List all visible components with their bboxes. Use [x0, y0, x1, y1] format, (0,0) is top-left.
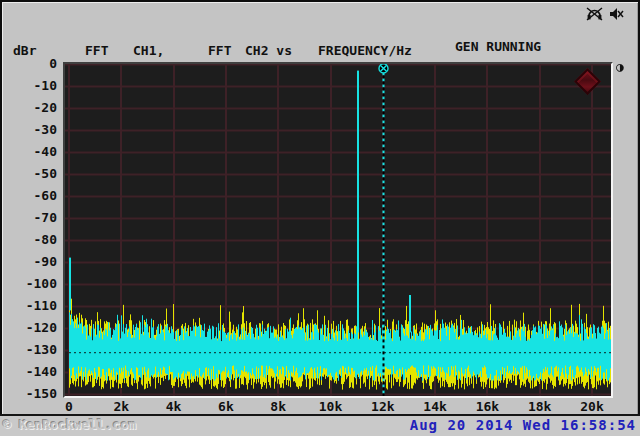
y-tick-label: 0: [0, 57, 57, 71]
y-tick-label: -40: [0, 145, 57, 159]
spectrum-plot: [63, 62, 613, 398]
status-generator: GEN RUNNING: [455, 39, 588, 55]
spectrum-canvas: [65, 64, 611, 396]
bottom-bar: © KenRockwell.com Aug 20 2014 Wed 16:58:…: [0, 416, 640, 436]
trace2-type-label: FFT: [208, 43, 231, 58]
speaker-muted-icon: [609, 7, 624, 21]
x-tick-label: 2k: [113, 399, 129, 414]
x-axis-title-label: FREQUENCY/Hz: [318, 43, 412, 58]
x-axis-tick-labels: 02k4k6k8k10k12k14k16k18k20k: [0, 399, 640, 414]
y-tick-label: -110: [0, 299, 57, 313]
ap-diamond-logo-icon: [575, 69, 601, 95]
datetime-text: Aug 20 2014 Wed 16:58:54: [410, 417, 636, 433]
y-tick-label: -60: [0, 189, 57, 203]
x-tick-label: 12k: [371, 399, 394, 414]
y-tick-label: -90: [0, 255, 57, 269]
y-tick-label: -10: [0, 79, 57, 93]
x-tick-label: 14k: [423, 399, 446, 414]
trace2-channel-label: CH2 vs: [245, 43, 292, 58]
y-tick-label: -100: [0, 277, 57, 291]
contrast-icon: ◑: [616, 59, 624, 74]
trace1-channel-label: CH1,: [133, 43, 164, 58]
watermark-text: © KenRockwell.com: [3, 417, 136, 432]
y-axis-units-label: dBr: [13, 43, 36, 58]
y-tick-label: -50: [0, 167, 57, 181]
headphones-muted-icon: [586, 7, 603, 21]
x-tick-label: 20k: [580, 399, 603, 414]
y-tick-label: -20: [0, 101, 57, 115]
x-tick-label: 8k: [270, 399, 286, 414]
x-tick-label: 18k: [528, 399, 551, 414]
y-tick-label: -130: [0, 343, 57, 357]
x-tick-label: 6k: [218, 399, 234, 414]
y-tick-label: -30: [0, 123, 57, 137]
analyzer-screen: GEN RUNNING ANL 1:CONT 2:CONT SWP OFF dB…: [0, 0, 640, 436]
x-tick-label: 0: [65, 399, 73, 414]
x-tick-label: 16k: [476, 399, 499, 414]
y-tick-label: -140: [0, 365, 57, 379]
y-tick-label: -80: [0, 233, 57, 247]
y-tick-label: -120: [0, 321, 57, 335]
x-tick-label: 10k: [319, 399, 342, 414]
trace1-type-label: FFT: [85, 43, 108, 58]
monitor-status-icons: [586, 7, 624, 21]
y-tick-label: -70: [0, 211, 57, 225]
x-tick-label: 4k: [166, 399, 182, 414]
